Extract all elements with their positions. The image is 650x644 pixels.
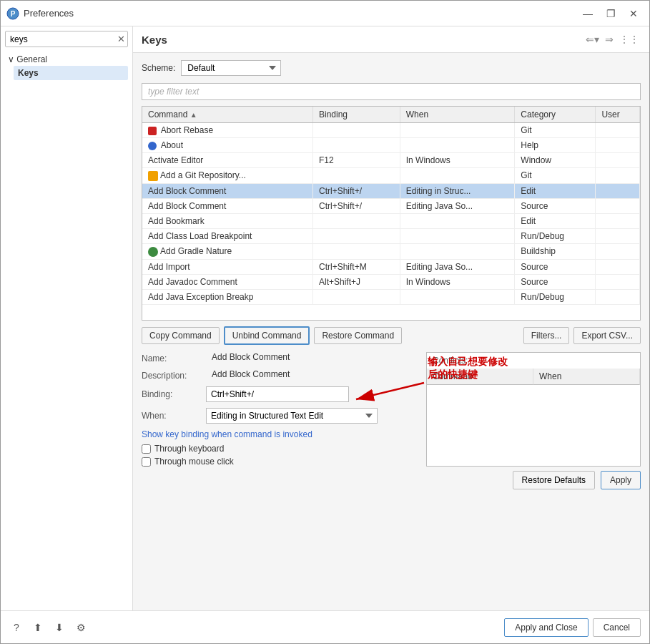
close-button[interactable]: ✕ (624, 4, 644, 24)
table-row[interactable]: Add Gradle Nature Buildship (142, 243, 640, 259)
sidebar-item-general[interactable]: ∨ General (5, 53, 128, 66)
forward-button[interactable]: ⇒ (604, 32, 615, 47)
row-icon-red (148, 127, 157, 135)
col-binding[interactable]: Binding (312, 107, 400, 123)
conflicts-col-command: Command (427, 369, 533, 385)
header-actions: ⇐▾ ⇒ ⋮⋮ (584, 32, 641, 47)
table-row[interactable]: Add a Git Repository... Git (142, 168, 640, 184)
binding-label: Binding: (142, 389, 206, 399)
name-row: Name: Add Block Comment (142, 352, 419, 364)
scheme-label: Scheme: (142, 63, 175, 73)
settings-icon[interactable]: ⚙ (74, 620, 88, 635)
mouse-checkbox[interactable] (142, 457, 151, 467)
keys-content: Scheme: Default type filter text Command… (133, 53, 649, 610)
col-when[interactable]: When (400, 107, 515, 123)
col-command-label: Command (148, 109, 187, 119)
row-icon-blue (148, 142, 157, 150)
export-icon[interactable]: ⬇ (52, 620, 67, 635)
help-icon[interactable]: ? (9, 620, 24, 635)
desc-value: Add Block Comment (212, 369, 290, 379)
conflicts-header: Command When (427, 369, 640, 385)
show-keybinding-label: Show key binding when command is invoked (142, 429, 419, 439)
git-icon (148, 171, 158, 181)
export-csv-button[interactable]: Export CSV... (573, 327, 641, 344)
sidebar-tree: Keys (5, 66, 128, 80)
when-select[interactable]: Editing in Structured Text Edit (206, 408, 378, 424)
content-area: Keys ⇐▾ ⇒ ⋮⋮ Scheme: Default type fil (133, 26, 649, 610)
restore-defaults-row: Restore Defaults Apply (142, 467, 641, 494)
commands-table: Command ▲ Binding When Category User Abo… (142, 107, 640, 305)
checkbox-section: Show key binding when command is invoked… (142, 429, 419, 467)
back-button[interactable]: ⇐▾ (584, 32, 601, 47)
table-row[interactable]: About Help (142, 138, 640, 153)
col-category[interactable]: Category (515, 107, 596, 123)
when-row: When: Editing in Structured Text Edit (142, 408, 419, 424)
menu-button[interactable]: ⋮⋮ (618, 32, 641, 47)
app-icon: P (6, 7, 19, 20)
binding-row: Binding: (142, 386, 419, 402)
table-row[interactable]: Add Javadoc Comment Alt+Shift+JIn Window… (142, 274, 640, 289)
keyboard-checkbox-row: Through keyboard (142, 444, 419, 454)
copy-command-button[interactable]: Copy Command (142, 327, 220, 344)
minimize-button[interactable]: — (578, 4, 598, 24)
preferences-window: P Preferences — ❐ ✕ ✕ ∨ General Keys (0, 0, 650, 644)
table-row[interactable]: Add Import Ctrl+Shift+MEditing Java So..… (142, 259, 640, 274)
filters-button[interactable]: Filters... (523, 327, 570, 344)
window-controls: — ❐ ✕ (578, 4, 644, 24)
sort-arrow-icon: ▲ (190, 111, 197, 119)
title-bar: P Preferences — ❐ ✕ (1, 1, 649, 26)
binding-input[interactable] (206, 386, 349, 402)
restore-defaults-button[interactable]: Restore Defaults (513, 471, 595, 489)
table-row[interactable]: Add Java Exception Breakp Run/Debug (142, 289, 640, 304)
svg-text:P: P (11, 10, 16, 18)
search-clear-icon[interactable]: ✕ (117, 34, 125, 44)
gradle-icon (148, 247, 158, 257)
restore-button[interactable]: ❐ (601, 4, 621, 24)
filter-placeholder: type filter text (148, 87, 199, 97)
sidebar: ✕ ∨ General Keys (1, 26, 133, 610)
expand-icon: ∨ (8, 54, 16, 64)
table-row[interactable]: Add Class Load Breakpoint Run/Debug (142, 228, 640, 243)
table-row[interactable]: Add Bookmark Edit (142, 213, 640, 228)
bottom-icons: ? ⬆ ⬇ ⚙ (9, 620, 88, 635)
sidebar-general-label: General (16, 54, 47, 64)
conflicts-body (427, 385, 640, 428)
sidebar-search-box[interactable]: ✕ (5, 31, 128, 47)
scheme-select[interactable]: Default (181, 60, 281, 76)
when-label: When: (142, 411, 206, 421)
conflicts-col-when: When (533, 369, 640, 385)
commands-table-container[interactable]: Command ▲ Binding When Category User Abo… (142, 106, 641, 321)
lower-section: Name: Add Block Comment Description: Add… (142, 352, 641, 467)
table-row[interactable]: Add Block Comment Ctrl+Shift+/Editing Ja… (142, 198, 640, 213)
bottom-bar: ? ⬆ ⬇ ⚙ Apply and Close Cancel (1, 610, 649, 643)
detail-left: Name: Add Block Comment Description: Add… (142, 352, 419, 467)
keyboard-checkbox-label: Through keyboard (154, 444, 224, 454)
mouse-checkbox-row: Through mouse click (142, 457, 419, 467)
mouse-checkbox-label: Through mouse click (154, 457, 234, 467)
table-row-selected[interactable]: Add Block Comment Ctrl+Shift+/Editing in… (142, 183, 640, 198)
desc-row: Description: Add Block Comment (142, 369, 419, 381)
sidebar-search-input[interactable] (10, 34, 117, 44)
restore-command-button[interactable]: Restore Command (314, 327, 402, 344)
unbind-command-button[interactable]: Unbind Command (224, 326, 310, 345)
import-icon[interactable]: ⬆ (31, 620, 45, 635)
conflicts-label: Conflicts: (427, 353, 640, 369)
table-row[interactable]: Abort Rebase Git (142, 123, 640, 138)
scheme-row: Scheme: Default (142, 60, 641, 76)
sidebar-item-keys[interactable]: Keys (14, 66, 128, 80)
content-title: Keys (142, 34, 167, 46)
col-user[interactable]: User (596, 107, 640, 123)
main-area: ✕ ∨ General Keys Keys ⇐▾ ⇒ ⋮⋮ (1, 26, 649, 610)
table-row[interactable]: Activate Editor F12In WindowsWindow (142, 153, 640, 168)
filter-box[interactable]: type filter text (142, 83, 641, 100)
name-value: Add Block Comment (212, 352, 290, 362)
keyboard-checkbox[interactable] (142, 444, 151, 454)
action-buttons: Copy Command Unbind Command Restore Comm… (142, 326, 641, 345)
apply-close-button[interactable]: Apply and Close (504, 618, 588, 637)
window-title: Preferences (24, 8, 578, 19)
cancel-button[interactable]: Cancel (593, 618, 641, 637)
content-header: Keys ⇐▾ ⇒ ⋮⋮ (133, 26, 649, 53)
col-command[interactable]: Command ▲ (142, 107, 312, 123)
name-label: Name: (142, 352, 206, 364)
apply-button[interactable]: Apply (601, 471, 641, 489)
